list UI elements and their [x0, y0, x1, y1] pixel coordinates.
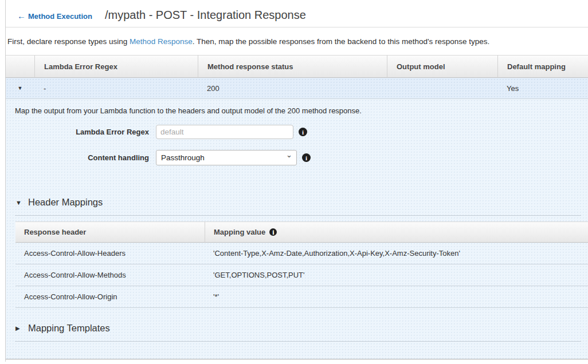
col-output-model: Output model [387, 55, 497, 78]
header-mappings-header-row: Response header Mapping value i [15, 221, 588, 243]
expander-column-header [6, 55, 34, 78]
header-mapping-row[interactable]: Access-Control-Allow-Methods 'GET,OPTION… [15, 264, 588, 286]
col-default-mapping: Default mapping [497, 55, 588, 78]
intro-prefix: First, declare response types using [7, 37, 130, 46]
page-header: ←Method Execution /mypath - POST - Integ… [6, 0, 588, 27]
cell-mapping-value: 'Content-Type,X-Amz-Date,Authorization,X… [205, 243, 588, 264]
intro-text: First, declare response types using Meth… [7, 37, 588, 46]
header-mapping-row[interactable]: Access-Control-Allow-Origin '*' [15, 286, 588, 308]
intro-suffix: . Then, map the possible responses from … [193, 37, 490, 46]
info-icon[interactable]: i [299, 128, 307, 136]
expanded-detail-panel: Map the output from your Lambda function… [6, 99, 588, 359]
cell-response-header: Access-Control-Allow-Methods [15, 264, 205, 286]
info-icon[interactable]: i [302, 153, 311, 162]
row-expanded-icon: ▼ [18, 86, 23, 91]
col-lambda-error-regex: Lambda Error Regex [34, 55, 198, 78]
divider [15, 341, 581, 342]
content-handling-label: Content handling [6, 153, 149, 162]
response-table-header-row: Lambda Error Regex Method response statu… [6, 55, 588, 78]
response-types-table: Lambda Error Regex Method response statu… [6, 55, 588, 99]
method-response-link[interactable]: Method Response [130, 37, 193, 46]
form-row-lambda-error-regex: Lambda Error Regex i [6, 125, 588, 139]
col-response-header: Response header [15, 221, 205, 243]
form-row-content-handling: Content handling Passthrough ⌄ i [6, 150, 588, 165]
cell-method-response-status: 200 [198, 78, 387, 99]
lambda-error-regex-field-wrap [156, 125, 293, 139]
cell-mapping-value: '*' [205, 286, 588, 308]
cell-mapping-value: 'GET,OPTIONS,POST,PUT' [205, 264, 588, 286]
response-row-200[interactable]: ▼ - 200 Yes [6, 78, 588, 99]
header-mappings-table: Response header Mapping value i Access-C… [15, 221, 588, 308]
back-arrow-icon: ← [17, 11, 26, 21]
panel-intro-text: Map the output from your Lambda function… [6, 99, 588, 115]
section-expanded-icon: ▼ [15, 199, 28, 206]
back-to-method-execution-link[interactable]: ←Method Execution [17, 11, 92, 21]
row-expander[interactable]: ▼ [6, 78, 34, 99]
header-mapping-row[interactable]: Access-Control-Allow-Headers 'Content-Ty… [15, 243, 588, 264]
info-icon[interactable]: i [269, 228, 277, 236]
content-handling-select[interactable]: Passthrough [156, 150, 297, 165]
cell-output-model [387, 78, 497, 99]
mapping-templates-section-toggle[interactable]: ▶ Mapping Templates [15, 323, 588, 334]
mapping-value-label: Mapping value [214, 228, 265, 236]
integration-response-page: ←Method Execution /mypath - POST - Integ… [5, 0, 588, 362]
cell-default-mapping: Yes [497, 78, 588, 99]
mapping-templates-title: Mapping Templates [28, 323, 110, 334]
cell-response-header: Access-Control-Allow-Headers [15, 243, 205, 264]
lambda-error-regex-label: Lambda Error Regex [6, 128, 149, 136]
cell-lambda-error-regex: - [34, 78, 198, 99]
cell-response-header: Access-Control-Allow-Origin [15, 286, 205, 308]
header-mappings-section-toggle[interactable]: ▼ Header Mappings [15, 197, 588, 208]
back-link-label: Method Execution [28, 12, 92, 21]
section-collapsed-icon: ▶ [15, 325, 28, 331]
page-title: /mypath - POST - Integration Response [105, 9, 306, 22]
divider [15, 215, 581, 216]
col-mapping-value: Mapping value i [205, 221, 588, 243]
header-mappings-title: Header Mappings [28, 197, 103, 208]
lambda-error-regex-input[interactable] [156, 125, 293, 139]
content-handling-field-wrap: Passthrough ⌄ [156, 150, 297, 165]
col-method-response-status: Method response status [198, 55, 387, 78]
